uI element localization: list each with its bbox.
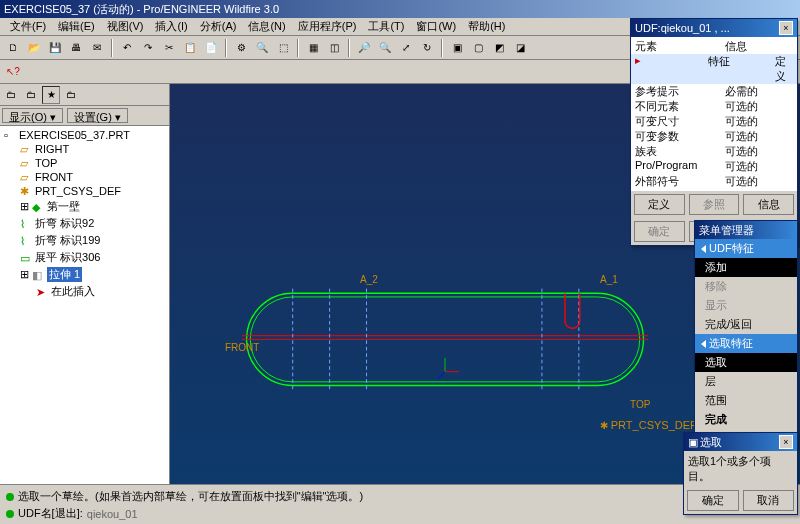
close-icon[interactable]: × xyxy=(779,21,793,35)
table-row[interactable]: 不同元素可选的 xyxy=(631,99,797,114)
menu-remove: 移除 xyxy=(695,277,797,296)
menu-window[interactable]: 窗口(W) xyxy=(410,18,462,35)
print-icon[interactable]: 🖶 xyxy=(67,39,85,57)
table-row[interactable]: Pro/Program可选的 xyxy=(631,159,797,174)
open-icon[interactable]: 📂 xyxy=(25,39,43,57)
tree-flat[interactable]: ▭展平 标识306 xyxy=(2,249,167,266)
table-row[interactable]: 族表可选的 xyxy=(631,144,797,159)
info-button[interactable]: 信息 xyxy=(743,194,794,215)
wire-icon[interactable]: ▢ xyxy=(469,39,487,57)
table-row[interactable]: 外部符号可选的 xyxy=(631,174,797,189)
expand-icon[interactable]: ⊞ xyxy=(20,268,29,281)
datum-icon: ▱ xyxy=(20,171,32,183)
tree-extrude[interactable]: ⊞◧拉伸 1 xyxy=(2,266,167,283)
select-icon: ▣ xyxy=(688,436,698,449)
define-button[interactable]: 定义 xyxy=(634,194,685,215)
model-tree[interactable]: ▫EXERCISE05_37.PRT ▱RIGHT ▱TOP ▱FRONT ✱P… xyxy=(0,126,169,484)
tree-datum-front[interactable]: ▱FRONT xyxy=(2,170,167,184)
tree-tab3-icon[interactable]: ★ xyxy=(42,86,60,104)
close-icon[interactable]: × xyxy=(779,435,793,449)
paste-icon[interactable]: 📄 xyxy=(202,39,220,57)
status-line-1: 选取一个草绘。(如果首选内部草绘，可在放置面板中找到"编辑"选项。) xyxy=(6,488,794,505)
menu-file[interactable]: 文件(F) xyxy=(4,18,52,35)
menu-finish[interactable]: 完成 xyxy=(695,410,797,429)
menu-info[interactable]: 信息(N) xyxy=(242,18,291,35)
nohidden-icon[interactable]: ◪ xyxy=(511,39,529,57)
table-row[interactable]: 元素信息 xyxy=(631,39,797,54)
status-dot-icon xyxy=(6,510,14,518)
bend-icon: ⌇ xyxy=(20,235,32,247)
menu-tools[interactable]: 工具(T) xyxy=(362,18,410,35)
tree-toolbar: 🗀 🗀 ★ 🗀 xyxy=(0,84,169,106)
tree-tab4-icon[interactable]: 🗀 xyxy=(62,86,80,104)
spin-icon[interactable]: ↻ xyxy=(418,39,436,57)
ok-button[interactable]: 确定 xyxy=(687,490,739,511)
undo-icon[interactable]: ↶ xyxy=(118,39,136,57)
tree-bend1[interactable]: ⌇折弯 标识92 xyxy=(2,215,167,232)
tree-datum-top[interactable]: ▱TOP xyxy=(2,156,167,170)
tree-wall[interactable]: ⊞◆第一壁 xyxy=(2,198,167,215)
zoom-in-icon[interactable]: 🔎 xyxy=(355,39,373,57)
menu-view[interactable]: 视图(V) xyxy=(101,18,150,35)
search-icon[interactable]: 🔍 xyxy=(253,39,271,57)
new-icon[interactable]: 🗋 xyxy=(4,39,22,57)
tree-csys[interactable]: ✱PRT_CSYS_DEF xyxy=(2,184,167,198)
cancel-button[interactable]: 取消 xyxy=(743,490,795,511)
menu-manager-title[interactable]: 菜单管理器 xyxy=(695,221,797,239)
menu-app[interactable]: 应用程序(P) xyxy=(292,18,363,35)
cut-icon[interactable]: ✂ xyxy=(160,39,178,57)
zoom-out-icon[interactable]: 🔍 xyxy=(376,39,394,57)
menu-edit[interactable]: 编辑(E) xyxy=(52,18,101,35)
datum-icon: ▱ xyxy=(20,157,32,169)
menu-manager-panel: 菜单管理器 UDF特征 添加 移除 显示 完成/返回 选取特征 选取 层 范围 … xyxy=(694,220,798,449)
label-top: TOP xyxy=(630,399,650,410)
show-button[interactable]: 显示(O) ▾ xyxy=(2,108,63,123)
menu-select[interactable]: 选取 xyxy=(695,353,797,372)
table-row[interactable]: 参考提示必需的 xyxy=(631,84,797,99)
menu-insert[interactable]: 插入(I) xyxy=(149,18,193,35)
menu-layer[interactable]: 层 xyxy=(695,372,797,391)
sep xyxy=(348,39,350,57)
table-row[interactable]: ▸特征定义 xyxy=(631,54,797,84)
tree-datum-right[interactable]: ▱RIGHT xyxy=(2,142,167,156)
label-a2: A_2 xyxy=(360,274,378,285)
select-feature-header[interactable]: 选取特征 xyxy=(695,334,797,353)
shade-icon[interactable]: ▣ xyxy=(448,39,466,57)
view1-icon[interactable]: ▦ xyxy=(304,39,322,57)
menu-range[interactable]: 范围 xyxy=(695,391,797,410)
menu-done-return[interactable]: 完成/返回 xyxy=(695,315,797,334)
tree-tab1-icon[interactable]: 🗀 xyxy=(2,86,20,104)
pointer-icon[interactable]: ↖? xyxy=(4,63,22,81)
udf-panel-title[interactable]: UDF:qiekou_01 , ... × xyxy=(631,19,797,37)
ok-button: 确定 xyxy=(634,221,685,242)
view2-icon[interactable]: ◫ xyxy=(325,39,343,57)
tree-tab2-icon[interactable]: 🗀 xyxy=(22,86,40,104)
label-front: FRONT xyxy=(225,342,259,353)
tree-bend2[interactable]: ⌇折弯 标识199 xyxy=(2,232,167,249)
flat-icon: ▭ xyxy=(20,252,32,264)
status-line-2: UDF名[退出]: qiekou_01 xyxy=(6,505,794,522)
datum-icon: ▱ xyxy=(20,143,32,155)
model-tree-panel: 🗀 🗀 ★ 🗀 显示(O) ▾ 设置(G) ▾ ▫EXERCISE05_37.P… xyxy=(0,84,170,484)
mail-icon[interactable]: ✉ xyxy=(88,39,106,57)
udf-feature-header[interactable]: UDF特征 xyxy=(695,239,797,258)
save-icon[interactable]: 💾 xyxy=(46,39,64,57)
expand-icon[interactable]: ⊞ xyxy=(20,200,29,213)
menu-help[interactable]: 帮助(H) xyxy=(462,18,511,35)
tree-root[interactable]: ▫EXERCISE05_37.PRT xyxy=(2,128,167,142)
menu-analysis[interactable]: 分析(A) xyxy=(194,18,243,35)
part-icon: ▫ xyxy=(4,129,16,141)
select-panel-title[interactable]: ▣选取 × xyxy=(684,433,797,451)
settings-button[interactable]: 设置(G) ▾ xyxy=(67,108,128,123)
table-row[interactable]: 可变参数可选的 xyxy=(631,129,797,144)
regen-icon[interactable]: ⚙ xyxy=(232,39,250,57)
table-row[interactable]: 可变尺寸可选的 xyxy=(631,114,797,129)
menu-add[interactable]: 添加 xyxy=(695,258,797,277)
sep xyxy=(225,39,227,57)
redo-icon[interactable]: ↷ xyxy=(139,39,157,57)
hidden-icon[interactable]: ◩ xyxy=(490,39,508,57)
copy-icon[interactable]: 📋 xyxy=(181,39,199,57)
tree-insert-here[interactable]: ➤在此插入 xyxy=(2,283,167,300)
select-icon[interactable]: ⬚ xyxy=(274,39,292,57)
fit-icon[interactable]: ⤢ xyxy=(397,39,415,57)
